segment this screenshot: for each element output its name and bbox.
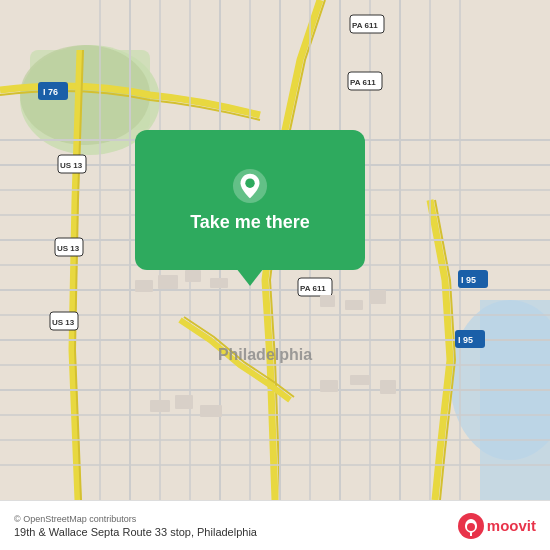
svg-rect-2 — [480, 300, 550, 500]
svg-point-66 — [245, 178, 254, 187]
svg-rect-60 — [175, 395, 193, 409]
svg-rect-69 — [470, 532, 472, 536]
svg-rect-52 — [135, 280, 153, 292]
map-container: I 76 US 13 US 13 US 13 PA 611 PA 611 PA … — [0, 0, 550, 550]
svg-rect-55 — [210, 278, 228, 288]
svg-rect-53 — [158, 275, 178, 289]
svg-rect-59 — [150, 400, 170, 412]
svg-point-68 — [467, 523, 475, 531]
moovit-logo: moovit — [458, 513, 536, 539]
moovit-text: moovit — [487, 517, 536, 534]
location-text: 19th & Wallace Septa Route 33 stop, Phil… — [14, 526, 257, 538]
svg-rect-61 — [200, 405, 222, 417]
bottom-bar: © OpenStreetMap contributors 19th & Wall… — [0, 500, 550, 550]
svg-text:US 13: US 13 — [52, 318, 75, 327]
svg-text:I 95: I 95 — [461, 275, 476, 285]
svg-text:PA 611: PA 611 — [352, 21, 378, 30]
svg-text:I 76: I 76 — [43, 87, 58, 97]
take-me-there-label: Take me there — [190, 212, 310, 233]
svg-text:US 13: US 13 — [57, 244, 80, 253]
location-pin-icon — [232, 168, 268, 204]
svg-rect-62 — [320, 380, 338, 392]
moovit-icon — [458, 513, 484, 539]
copyright-text: © OpenStreetMap contributors — [14, 514, 257, 524]
svg-rect-54 — [185, 270, 201, 282]
svg-rect-57 — [345, 300, 363, 310]
svg-rect-64 — [380, 380, 396, 394]
svg-rect-63 — [350, 375, 370, 385]
bottom-bar-content: © OpenStreetMap contributors 19th & Wall… — [14, 514, 450, 538]
svg-text:I 95: I 95 — [458, 335, 473, 345]
svg-text:Philadelphia: Philadelphia — [218, 346, 312, 363]
map-overlay-card[interactable]: Take me there — [135, 130, 365, 270]
svg-text:US 13: US 13 — [60, 161, 83, 170]
svg-rect-58 — [370, 290, 386, 304]
svg-rect-56 — [320, 295, 335, 307]
svg-text:PA 611: PA 611 — [300, 284, 326, 293]
svg-text:PA 611: PA 611 — [350, 78, 376, 87]
